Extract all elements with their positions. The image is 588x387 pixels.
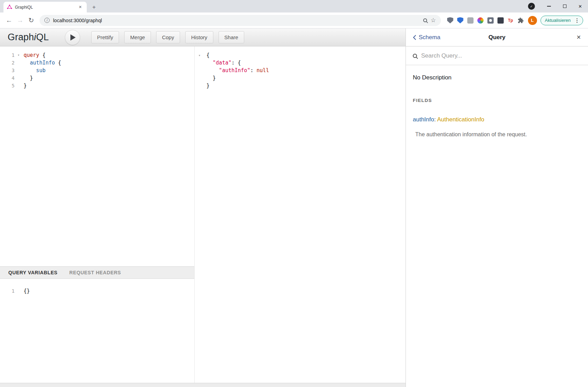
tab-request-headers[interactable]: REQUEST HEADERS — [69, 270, 121, 275]
check-icon: ✓ — [530, 5, 533, 8]
token-punctuation: } — [24, 75, 33, 81]
token-key: "data" — [206, 60, 231, 66]
token-property: authInfo — [24, 60, 55, 66]
extensions-row: Tp — [447, 17, 524, 24]
line-number: 4 — [0, 74, 16, 82]
tampermonkey-extension-icon[interactable]: Tp — [508, 17, 514, 24]
search-icon — [413, 54, 417, 58]
docs-field-description: The authentication information of the re… — [415, 131, 581, 138]
window-minimize-button[interactable] — [541, 0, 557, 12]
fold-arrow-icon[interactable]: ▾ — [198, 53, 201, 57]
code-line: "data": { — [206, 59, 269, 67]
docs-close-icon[interactable]: ✕ — [577, 34, 581, 41]
token-punctuation: { — [238, 60, 241, 66]
back-icon[interactable]: ← — [3, 15, 15, 26]
colorwheel-extension-icon[interactable] — [477, 17, 484, 24]
browser-address-bar: ← → ↻ i localhost:3000/graphql ☆ Tp L Ak… — [0, 12, 588, 28]
profile-avatar[interactable]: L — [528, 16, 537, 25]
code-line: { — [206, 51, 269, 59]
code-line: authInfo { — [24, 59, 61, 67]
docs-field-type[interactable]: AuthenticationInfo — [437, 116, 484, 123]
history-button[interactable]: History — [185, 31, 213, 43]
line-number-gutter: 1 — [0, 287, 22, 383]
window-close-button[interactable]: ✕ — [572, 0, 588, 12]
window-maximize-button[interactable] — [557, 0, 572, 12]
docs-field-name[interactable]: authInfo — [413, 116, 434, 123]
variables-code: {} — [22, 287, 30, 383]
privacy-shield-icon[interactable] — [457, 17, 463, 24]
line-number: 1 — [0, 51, 16, 59]
docs-header: Schema Query ✕ — [406, 28, 588, 46]
graphiql-app: GraphiQL Prettify Merge Copy History Sha… — [0, 28, 588, 387]
token-key: "authInfo" — [206, 67, 250, 74]
docs-back-label: Schema — [419, 34, 440, 41]
fold-arrow-icon[interactable]: ▾ — [16, 51, 22, 59]
minimize-icon — [547, 6, 551, 7]
extension-generic-icon[interactable] — [467, 17, 474, 24]
play-icon — [70, 34, 76, 41]
browser-update-button[interactable]: Aktualisieren ⋮ — [540, 16, 583, 25]
token-punctuation: } — [206, 83, 210, 89]
logo-text: Graph — [8, 32, 34, 42]
reload-icon[interactable]: ↻ — [26, 15, 37, 26]
result-gutter: ▾ — [195, 51, 204, 383]
line-number: 2 — [0, 59, 16, 67]
token-property: sub — [24, 67, 45, 74]
query-code: query { authInfo { sub } } — [22, 51, 61, 266]
line-number: 5 — [0, 82, 16, 89]
chevron-left-icon — [413, 35, 416, 40]
result-code: { "data": { "authInfo": null } } — [204, 51, 269, 383]
browser-status-badge-icon[interactable]: ✓ — [528, 3, 535, 10]
tab-close-icon[interactable]: ✕ — [77, 4, 83, 10]
token-punctuation: } — [206, 75, 216, 81]
tab-title: GraphiQL — [15, 5, 75, 10]
browser-tab[interactable]: GraphiQL ✕ — [3, 2, 87, 12]
browser-menu-icon[interactable]: ⋮ — [573, 17, 581, 24]
doc-explorer-panel: Schema Query ✕ No Description FIELDS aut… — [406, 28, 588, 387]
code-line: } — [24, 74, 61, 82]
url-text[interactable]: localhost:3000/graphql — [53, 18, 420, 23]
token-punctuation: { — [206, 52, 210, 58]
page-info-icon[interactable]: i — [44, 18, 50, 23]
new-tab-button[interactable]: + — [90, 4, 98, 10]
docs-search-input[interactable] — [421, 52, 581, 59]
variables-editor[interactable]: 1 {} — [0, 279, 194, 383]
screenshot-camera-icon[interactable] — [487, 17, 494, 24]
merge-button[interactable]: Merge — [124, 31, 151, 43]
token-punctuation: } — [24, 83, 27, 89]
code-line: } — [206, 82, 269, 89]
logo-text: QL — [36, 32, 49, 42]
camera-lens-icon — [489, 19, 492, 22]
token-punctuation: {} — [24, 288, 30, 294]
dark-extension-icon[interactable] — [497, 17, 504, 24]
graphiql-toolbar: GraphiQL Prettify Merge Copy History Sha… — [0, 28, 406, 46]
bookmark-star-icon[interactable]: ☆ — [431, 17, 436, 24]
share-button[interactable]: Share — [219, 31, 244, 43]
update-button-label: Aktualisieren — [545, 18, 571, 23]
result-pane[interactable]: ▾ { "data": { "authInfo": null } } — [195, 46, 406, 383]
docs-back-link[interactable]: Schema — [413, 34, 440, 41]
graphiql-logo: GraphiQL — [8, 32, 49, 43]
line-number: 1 — [0, 287, 16, 295]
prettify-button[interactable]: Prettify — [91, 31, 119, 43]
adblock-shield-icon[interactable] — [447, 17, 453, 24]
variables-header: QUERY VARIABLES REQUEST HEADERS — [0, 266, 194, 279]
url-bar[interactable]: i localhost:3000/graphql ☆ — [40, 15, 441, 26]
maximize-icon — [563, 5, 566, 8]
extensions-puzzle-icon[interactable] — [518, 17, 524, 24]
copy-button[interactable]: Copy — [156, 31, 180, 43]
tab-query-variables[interactable]: QUERY VARIABLES — [8, 270, 58, 275]
horizontal-scrollbar[interactable] — [0, 383, 406, 387]
docs-search-bar — [406, 46, 588, 65]
token-punctuation: : — [250, 67, 256, 74]
docs-body: No Description FIELDS authInfo: Authenti… — [406, 65, 588, 147]
zoom-indicator-icon[interactable] — [423, 18, 427, 22]
code-line: {} — [24, 287, 30, 295]
token-keyword: query — [24, 52, 39, 58]
token-punctuation: { — [39, 52, 45, 58]
forward-icon[interactable]: → — [15, 15, 26, 26]
query-editor[interactable]: 1▾ 2 3 4 5 query { authInfo { sub } } — [0, 46, 194, 266]
code-line: } — [24, 82, 61, 89]
token-punctuation: { — [55, 60, 61, 66]
execute-button[interactable] — [65, 30, 80, 45]
